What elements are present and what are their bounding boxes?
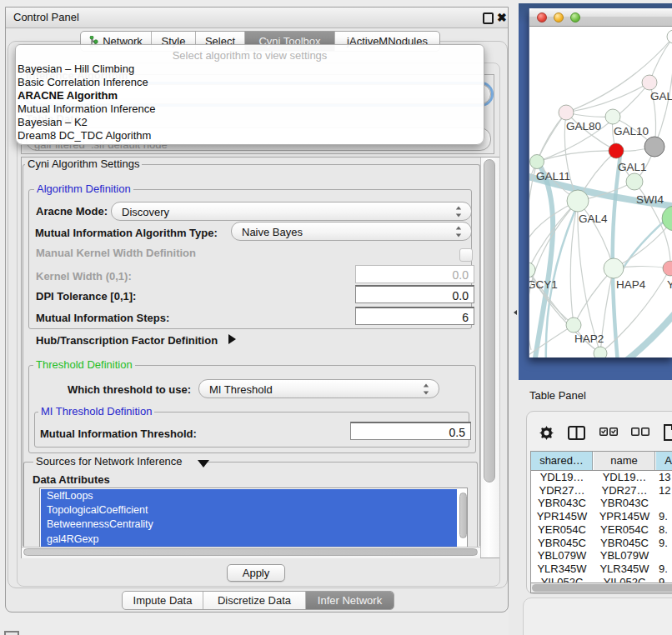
list-vertical-scrollbar[interactable] [459, 492, 467, 538]
mi-threshold-label: Mutual Information Threshold: [40, 428, 197, 440]
control-panel-titlebar[interactable]: Control Panel ✖ [6, 8, 508, 28]
table-horizontal-scrollbar-thumb[interactable] [532, 584, 672, 592]
network-node-gcy1[interactable] [529, 262, 535, 278]
column-header-2[interactable]: name [594, 452, 655, 470]
tab-impute-data[interactable]: Impute Data [123, 592, 203, 609]
network-canvas[interactable]: GALGAL80GAL10GAL1GAL11SWI4GAL4GCY1HAP4YH… [529, 27, 672, 358]
algorithm-option[interactable]: Mutual Information Inference [18, 102, 481, 116]
manual-kernel-width-checkbox[interactable] [459, 248, 473, 262]
data-attributes-list[interactable]: SelfLoopsTopologicalCoefficientBetweenne… [39, 488, 468, 547]
table-row[interactable]: YLR345WYLR345W9. [531, 562, 672, 576]
network-node-label: SWI4 [636, 193, 664, 206]
gear-icon[interactable] [539, 426, 554, 440]
combo-arrows-icon [455, 206, 463, 218]
aracne-mode-combobox[interactable]: Discovery [111, 202, 472, 221]
table-row[interactable]: YER054CYER054C8. [531, 523, 672, 537]
split-view-icon[interactable] [568, 426, 585, 440]
algorithm-option[interactable]: Bayesian – K2 [18, 116, 481, 129]
network-node-gal10[interactable] [605, 109, 620, 124]
network-window-titlebar[interactable] [529, 8, 672, 27]
data-attribute-item[interactable]: BetweennessCentrality [41, 518, 457, 532]
table-horizontal-scrollbar[interactable] [530, 582, 672, 593]
column-header-3[interactable]: A [656, 452, 672, 470]
network-node[interactable] [667, 30, 672, 43]
tab-infer-network[interactable]: Infer Network [306, 592, 394, 609]
select-all-icon[interactable] [599, 428, 618, 436]
dpi-tolerance-field[interactable]: 0.0 [355, 285, 474, 303]
network-node-label: GAL10 [614, 125, 649, 138]
network-edge[interactable] [537, 112, 566, 162]
export-table-icon[interactable] [664, 424, 672, 441]
network-node-hap2[interactable] [566, 318, 581, 332]
network-node-hap4[interactable] [604, 258, 624, 278]
algorithm-option[interactable]: Dream8 DC_TDC Algorithm [18, 129, 481, 142]
data-attribute-item[interactable]: TopologicalCoefficient [41, 503, 457, 518]
algorithm-option[interactable]: Basic Correlation Inference [18, 76, 481, 89]
data-attribute-item[interactable]: SelfLoops [41, 489, 457, 503]
table-row[interactable]: YBR045CYBR045C9. [531, 537, 672, 550]
network-node[interactable] [644, 137, 664, 157]
table-row[interactable]: YBL079WYBL079W [531, 549, 672, 562]
cytoscape-screenshot: { "colors": { "desktop_blue": "#42619e",… [0, 0, 672, 635]
close-traffic-light[interactable] [537, 12, 547, 22]
network-node-y[interactable] [663, 261, 672, 276]
table-row[interactable]: YDL19…YDL19…13 [531, 471, 672, 484]
settings-horizontal-scrollbar-thumb[interactable] [23, 548, 478, 556]
mi-algorithm-type-combobox[interactable]: Naive Bayes [231, 222, 472, 241]
settings-vertical-scrollbar-thumb[interactable] [484, 159, 495, 482]
algorithm-option[interactable]: ARACNE Algorithm [18, 89, 481, 102]
settings-vertical-scrollbar[interactable] [480, 158, 499, 558]
network-edge[interactable] [578, 201, 614, 268]
algorithm-option[interactable]: Bayesian – Hill Climbing [18, 62, 481, 76]
network-edge-thick[interactable] [534, 163, 553, 358]
mi-steps-field[interactable]: 6 [355, 307, 474, 325]
kernel-width-field[interactable]: 0.0 [355, 265, 474, 283]
manual-kernel-width-label: Manual Kernel Width Definition [36, 247, 196, 259]
table-cell: YBR045C [594, 537, 655, 550]
minimize-traffic-light[interactable] [554, 12, 564, 22]
aracne-mode-label: Aracne Mode: [36, 205, 108, 218]
network-node-gal11[interactable] [530, 155, 544, 169]
network-node[interactable] [594, 347, 607, 358]
network-edge-thick[interactable] [623, 310, 672, 358]
network-node-gal1[interactable] [609, 143, 624, 158]
table-cell: YBR043C [531, 497, 593, 510]
float-window-icon[interactable] [483, 12, 494, 24]
deselect-all-icon[interactable] [631, 428, 649, 436]
mi-threshold-definition-title: MI Threshold Definition [38, 406, 154, 418]
network-node[interactable] [662, 206, 672, 231]
network-node-gal4[interactable] [567, 190, 589, 212]
table-row[interactable]: YDR27…YDR27…12 [531, 484, 672, 498]
network-node-gal[interactable] [642, 75, 657, 90]
expand-right-icon[interactable] [228, 334, 236, 344]
collapse-down-icon[interactable] [198, 460, 209, 468]
apply-button[interactable]: Apply [227, 564, 285, 582]
network-edge[interactable] [537, 151, 616, 162]
close-window-icon[interactable]: ✖ [497, 11, 507, 24]
which-threshold-combobox[interactable]: MI Threshold [198, 379, 439, 398]
tab-discretize-data[interactable]: Discretize Data [203, 592, 306, 609]
zoom-traffic-light[interactable] [570, 12, 580, 22]
column-header-1[interactable]: shared… [531, 452, 593, 470]
settings-horizontal-scrollbar[interactable] [22, 547, 480, 558]
table-row[interactable]: YPR145WYPR145W9. [531, 510, 672, 523]
table-panel-title: Table Panel [529, 389, 586, 402]
data-attribute-item[interactable]: gal4RGexp [41, 532, 457, 547]
table-row[interactable]: YIL052CYIL052C9. [531, 576, 672, 582]
network-node-label: Y [667, 278, 672, 291]
table-row[interactable]: YBR043CYBR043C [531, 497, 672, 510]
mi-threshold-field[interactable]: 0.5 [350, 422, 471, 440]
mi-algorithm-type-label: Mutual Information Algorithm Type: [35, 227, 218, 239]
panel-grip[interactable] [4, 631, 19, 635]
table-cell: YBL079W [531, 549, 593, 562]
algorithm-definition-title: Algorithm Definition [34, 183, 133, 195]
network-node-swi4[interactable] [626, 173, 643, 190]
network-node-gal80[interactable] [559, 105, 574, 120]
table-cell: 12 [659, 484, 672, 498]
collapse-split-icon[interactable] [514, 310, 517, 315]
network-edge-thick[interactable] [613, 155, 620, 358]
sources-group-title: Sources for Network Inference [33, 456, 206, 468]
table-cell: YPR145W [594, 510, 655, 523]
table-cell: 9. [659, 562, 672, 576]
tab-label: Infer Network [318, 594, 382, 607]
